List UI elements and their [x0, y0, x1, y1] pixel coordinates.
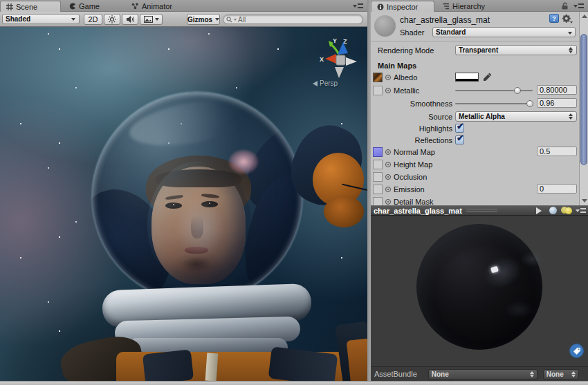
- material-preview-sphere[interactable]: [416, 224, 542, 350]
- gear-icon[interactable]: [562, 14, 573, 24]
- animator-icon: [131, 3, 139, 10]
- help-icon[interactable]: ?: [549, 14, 559, 23]
- occlusion-target-icon[interactable]: [385, 174, 391, 180]
- normal-map-value-field[interactable]: 0.5: [537, 147, 577, 156]
- rendering-mode-value: Transparent: [459, 46, 498, 54]
- toggle-2d-label: 2D: [88, 15, 98, 24]
- scene-orientation-gizmo[interactable]: X Y Z: [310, 37, 361, 81]
- updown-icon: [571, 371, 576, 377]
- rendering-mode-dropdown[interactable]: Transparent: [455, 45, 577, 55]
- search-icon: [226, 17, 232, 23]
- metallic-label: Metallic: [394, 86, 419, 95]
- emission-target-icon[interactable]: [385, 187, 391, 192]
- height-map-target-icon[interactable]: [385, 162, 391, 167]
- gizmos-label: Gizmos: [187, 16, 212, 24]
- row-smoothness: Smoothness 0.96: [371, 97, 579, 110]
- shader-dropdown[interactable]: Standard: [432, 27, 576, 37]
- gizmo-axis-cone-down: [335, 67, 344, 78]
- smoothness-value-field[interactable]: 0.96: [537, 98, 577, 108]
- lock-icon[interactable]: [561, 2, 569, 10]
- metallic-target-icon[interactable]: [385, 88, 391, 93]
- reflections-checkbox[interactable]: ✔: [455, 135, 464, 144]
- gizmos-dropdown[interactable]: Gizmos: [187, 14, 220, 25]
- material-thumbnail-sphere[interactable]: [374, 15, 396, 37]
- tab-inspector[interactable]: Inspector: [371, 1, 434, 12]
- albedo-color-swatch[interactable]: [455, 73, 479, 82]
- gizmo-persp-toggle[interactable]: Persp: [313, 79, 338, 87]
- scene-audio-button[interactable]: [122, 14, 138, 25]
- row-reflections: Reflections ✔: [371, 134, 579, 147]
- scene-lighting-button[interactable]: [104, 14, 120, 25]
- albedo-label: Albedo: [394, 73, 417, 82]
- inspector-pane-menu-icon[interactable]: [573, 3, 584, 8]
- material-preview-area[interactable]: [371, 216, 588, 366]
- detail-mask-target-icon[interactable]: [385, 199, 391, 205]
- scrollbar-thumb[interactable]: [580, 34, 587, 165]
- draw-mode-value: Shaded: [6, 15, 30, 23]
- shader-caret-icon: [568, 32, 572, 35]
- gizmo-x-label: X: [320, 56, 324, 63]
- checkmark-icon: ✔: [457, 121, 464, 131]
- scrollbar-up-arrow-icon[interactable]: [582, 15, 587, 18]
- metallic-value-field[interactable]: 0.80000: [537, 85, 577, 95]
- metallic-texture-slot[interactable]: [373, 86, 383, 95]
- draw-mode-dropdown[interactable]: Shaded: [2, 14, 80, 24]
- occlusion-texture-slot[interactable]: [373, 172, 383, 182]
- inspector-pane: Inspector Hierarchy char_astrella_glass_…: [371, 0, 588, 385]
- row-metallic: Metallic 0.80000: [371, 84, 579, 97]
- emission-texture-slot[interactable]: [373, 185, 383, 194]
- search-value: All: [238, 16, 246, 24]
- unity-editor-window: Scene Game Animator Shaded 2D: [0, 0, 588, 385]
- preview-header[interactable]: char_astrella_glass_mat: [371, 205, 588, 216]
- glass-soft-reflection: [176, 196, 224, 259]
- preview-reflection-arc: [479, 252, 526, 293]
- normal-map-label: Normal Map: [394, 148, 435, 156]
- preview-drag-handle[interactable]: [466, 209, 497, 212]
- play-icon: [536, 207, 542, 214]
- row-rendering-mode: Rendering Mode Transparent: [371, 44, 579, 57]
- height-map-texture-slot[interactable]: [373, 160, 383, 169]
- tab-animator[interactable]: Animator: [126, 1, 178, 12]
- tab-game[interactable]: Game: [64, 1, 105, 12]
- scene-grid-icon: [6, 3, 13, 10]
- eyedropper-icon[interactable]: [483, 72, 493, 82]
- metallic-slider[interactable]: [455, 90, 533, 91]
- normal-map-target-icon[interactable]: [385, 149, 391, 155]
- asset-label-button[interactable]: [569, 344, 584, 358]
- source-label: Source: [371, 113, 452, 121]
- preview-play-button[interactable]: [533, 207, 545, 215]
- tab-game-label: Game: [79, 2, 100, 10]
- smoothness-slider-knob[interactable]: [526, 100, 533, 107]
- preview-lighting-button[interactable]: [560, 207, 573, 215]
- scene-pane-menu-icon[interactable]: [353, 3, 363, 8]
- tab-hierarchy[interactable]: Hierarchy: [437, 1, 490, 12]
- toggle-2d-button[interactable]: 2D: [84, 14, 102, 25]
- source-value: Metallic Alpha: [459, 113, 505, 120]
- inspector-scrollbar[interactable]: [579, 12, 588, 205]
- preview-sphere-button[interactable]: [546, 207, 559, 215]
- albedo-target-icon[interactable]: [385, 75, 391, 80]
- preview-menu-icon[interactable]: [574, 207, 587, 215]
- scene-effects-button[interactable]: [140, 14, 163, 25]
- search-filter-caret-icon[interactable]: [234, 19, 237, 21]
- effects-caret-icon[interactable]: [155, 18, 159, 21]
- preview-reflection-low: [505, 301, 533, 318]
- scene-viewport[interactable]: X Y Z Persp: [0, 27, 367, 381]
- persp-wedge-icon: [313, 81, 318, 86]
- smoothness-slider[interactable]: [455, 103, 533, 104]
- scene-tabbar: Scene Game Animator: [0, 0, 367, 12]
- metallic-slider-knob[interactable]: [514, 87, 521, 94]
- glass-nebula-reflection: [228, 149, 259, 174]
- tab-scene[interactable]: Scene: [0, 1, 61, 12]
- albedo-texture-thumbnail[interactable]: [373, 73, 383, 82]
- scene-search-input[interactable]: All: [223, 15, 363, 24]
- assetbundle-dropdown[interactable]: None: [428, 369, 538, 379]
- emission-value-field[interactable]: 0: [537, 184, 577, 194]
- highlights-checkbox[interactable]: ✔: [455, 124, 464, 133]
- scrollbar-down-arrow-icon[interactable]: [582, 199, 587, 203]
- assetbundle-variant-dropdown[interactable]: None: [543, 369, 579, 379]
- row-albedo: Albedo: [371, 71, 579, 84]
- source-dropdown[interactable]: Metallic Alpha: [455, 111, 577, 122]
- normal-map-texture-thumbnail[interactable]: [373, 147, 383, 157]
- row-source: Source Metallic Alpha: [371, 111, 579, 123]
